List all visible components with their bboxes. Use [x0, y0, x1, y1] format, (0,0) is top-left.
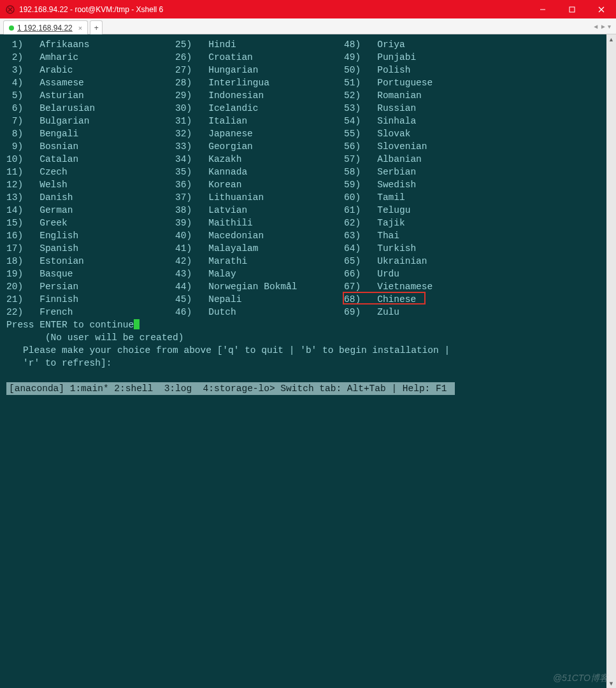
maximize-button[interactable]	[557, 0, 587, 18]
language-cell: 41) Malayalam	[175, 242, 344, 255]
language-row: 5) Asturian 29) Indonesian 52) Romanian	[6, 89, 606, 102]
language-cell: 4) Assamese	[6, 76, 175, 89]
language-cell: 64) Turkish	[344, 242, 513, 255]
prompt-choice: Please make your choice from above ['q' …	[6, 344, 606, 357]
language-cell: 36) Korean	[175, 178, 344, 191]
language-cell: 50) Polish	[344, 64, 513, 76]
language-cell: 13) Danish	[6, 191, 175, 204]
session-tab[interactable]: 1 192.168.94.22 ×	[3, 20, 88, 34]
scroll-up-icon[interactable]: ▲	[606, 34, 616, 44]
scroll-down-icon[interactable]: ▼	[606, 678, 616, 688]
language-cell: 32) Japanese	[175, 127, 344, 140]
language-cell: 1) Afrikaans	[6, 38, 175, 51]
tab-prev-icon[interactable]: ◄	[592, 23, 599, 30]
language-cell: 18) Estonian	[6, 255, 175, 268]
language-cell: 55) Slovak	[344, 127, 513, 140]
window-title: 192.168.94.22 - root@KVM:/tmp - Xshell 6	[19, 5, 528, 14]
language-row: 19) Basque 43) Malay 66) Urdu	[6, 268, 606, 280]
language-row: 16) English 40) Macedonian 63) Thai	[6, 229, 606, 242]
language-cell: 31) Italian	[175, 115, 344, 127]
tab-strip: 1 192.168.94.22 × + ◄ ► ▾	[0, 18, 616, 34]
language-cell: 37) Lithuanian	[175, 191, 344, 204]
cursor-icon	[134, 319, 140, 329]
language-row: 20) Persian 44) Norwegian Bokmål 67) Vie…	[6, 280, 606, 293]
language-row: 17) Spanish 41) Malayalam 64) Turkish	[6, 242, 606, 255]
close-tab-icon[interactable]: ×	[78, 24, 82, 32]
language-cell: 52) Romanian	[344, 89, 513, 102]
close-button[interactable]	[587, 0, 616, 18]
language-cell: 48) Oriya	[344, 38, 513, 51]
language-cell: 21) Finnish	[6, 293, 175, 306]
language-cell: 42) Marathi	[175, 255, 344, 268]
language-cell: 30) Icelandic	[175, 102, 344, 115]
minimize-button[interactable]	[528, 0, 557, 18]
language-cell: 54) Sinhala	[344, 115, 513, 127]
tab-next-icon[interactable]: ►	[600, 23, 606, 30]
language-cell: 28) Interlingua	[175, 76, 344, 89]
prompt-no-user: (No user will be created)	[6, 331, 606, 344]
language-cell: 17) Spanish	[6, 242, 175, 255]
language-row: 2) Amharic 26) Croatian 49) Punjabi	[6, 51, 606, 64]
language-cell: 56) Slovenian	[344, 140, 513, 153]
language-cell: 26) Croatian	[175, 51, 344, 64]
tab-nav-arrows: ◄ ► ▾	[592, 18, 611, 34]
language-row: 15) Greek 39) Maithili 62) Tajik	[6, 217, 606, 229]
language-cell: 59) Swedish	[344, 178, 513, 191]
language-cell: 68) Chinese	[344, 293, 513, 306]
language-cell: 63) Thai	[344, 229, 513, 242]
app-icon	[5, 4, 15, 15]
language-row: 13) Danish 37) Lithuanian 60) Tamil	[6, 191, 606, 204]
language-cell: 10) Catalan	[6, 153, 175, 166]
language-cell: 43) Malay	[175, 268, 344, 280]
language-cell: 53) Russian	[344, 102, 513, 115]
language-cell: 66) Urdu	[344, 268, 513, 280]
language-cell: 14) German	[6, 204, 175, 217]
language-cell: 40) Macedonian	[175, 229, 344, 242]
svg-rect-2	[569, 7, 575, 12]
language-cell: 39) Maithili	[175, 217, 344, 229]
language-cell: 16) English	[6, 229, 175, 242]
language-cell: 2) Amharic	[6, 51, 175, 64]
language-cell: 51) Portuguese	[344, 76, 513, 89]
vertical-scrollbar[interactable]: ▲ ▼	[606, 34, 616, 688]
language-cell: 22) French	[6, 306, 175, 319]
language-cell: 7) Bulgarian	[6, 115, 175, 127]
language-row: 4) Assamese 28) Interlingua 51) Portugue…	[6, 76, 606, 89]
tab-menu-icon[interactable]: ▾	[608, 23, 611, 30]
language-cell: 15) Greek	[6, 217, 175, 229]
language-cell: 65) Ukrainian	[344, 255, 513, 268]
language-row: 3) Arabic 27) Hungarian 50) Polish	[6, 64, 606, 76]
prompt-continue: Press ENTER to continue	[6, 319, 606, 331]
language-cell: 11) Czech	[6, 166, 175, 178]
language-cell: 35) Kannada	[175, 166, 344, 178]
language-cell: 27) Hungarian	[175, 64, 344, 76]
tab-label: 1 192.168.94.22	[17, 24, 73, 32]
language-cell: 69) Zulu	[344, 306, 513, 319]
language-row: 8) Bengali 32) Japanese 55) Slovak	[6, 127, 606, 140]
add-tab-button[interactable]: +	[90, 20, 103, 34]
language-row: 22) French 46) Dutch 69) Zulu	[6, 306, 606, 319]
language-row: 9) Bosnian 33) Georgian 56) Slovenian	[6, 140, 606, 153]
language-cell: 67) Vietnamese	[344, 280, 513, 293]
language-cell: 62) Tajik	[344, 217, 513, 229]
language-row: 21) Finnish 45) Nepali 68) Chinese	[6, 293, 606, 306]
language-row: 6) Belarusian 30) Icelandic 53) Russian	[6, 102, 606, 115]
language-row: 7) Bulgarian 31) Italian 54) Sinhala	[6, 115, 606, 127]
language-cell: 34) Kazakh	[175, 153, 344, 166]
language-cell: 5) Asturian	[6, 89, 175, 102]
language-cell: 12) Welsh	[6, 178, 175, 191]
language-cell: 20) Persian	[6, 280, 175, 293]
language-cell: 45) Nepali	[175, 293, 344, 306]
language-cell: 3) Arabic	[6, 64, 175, 76]
language-row: 10) Catalan 34) Kazakh 57) Albanian	[6, 153, 606, 166]
language-cell: 6) Belarusian	[6, 102, 175, 115]
terminal-output[interactable]: 1) Afrikaans 25) Hindi 48) Oriya 2) Amha…	[0, 34, 606, 688]
language-row: 18) Estonian 42) Marathi 65) Ukrainian	[6, 255, 606, 268]
language-cell: 29) Indonesian	[175, 89, 344, 102]
language-cell: 58) Serbian	[344, 166, 513, 178]
language-cell: 49) Punjabi	[344, 51, 513, 64]
prompt-choice2: 'r' to refresh]:	[6, 357, 606, 369]
status-dot-icon	[9, 25, 14, 31]
language-row: 12) Welsh 36) Korean 59) Swedish	[6, 178, 606, 191]
tmux-statusbar: [anaconda] 1:main* 2:shell 3:log 4:stora…	[6, 382, 455, 395]
